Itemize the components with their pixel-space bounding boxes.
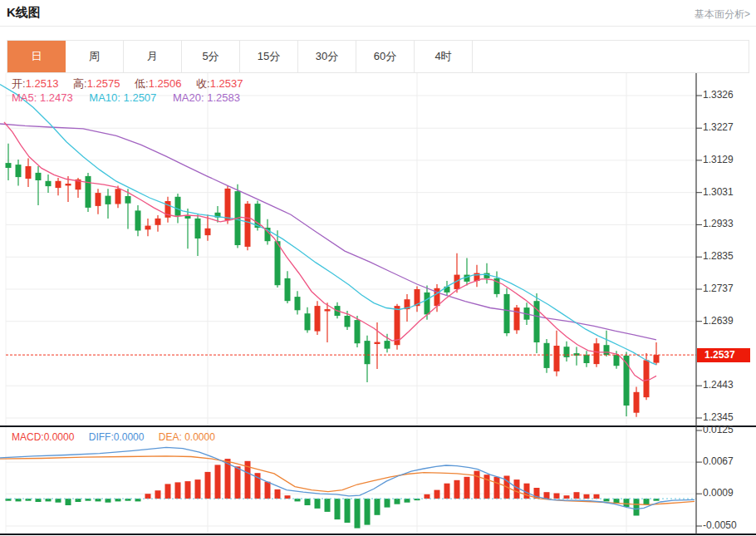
low-label: 低: (135, 77, 149, 90)
tab-interval-5[interactable]: 15分 (240, 41, 298, 72)
page-title: K线图 (7, 5, 41, 21)
tab-interval-2[interactable]: 周 (66, 41, 124, 72)
ma20-label: MA20: 1.2583 (173, 91, 240, 104)
price-tick-label: 1.2933 (703, 218, 734, 229)
kline-app: K线图 基本面分析> 日周月5分15分30分60分4时 开:1.2513 高:1… (0, 0, 756, 536)
high-label: 高: (73, 77, 87, 90)
macd-tick-label: 0.0067 (703, 455, 734, 467)
tab-interval-3[interactable]: 月 (124, 41, 182, 72)
price-tick-label: 1.2639 (703, 315, 734, 327)
price-tick-label: 1.2737 (703, 283, 734, 294)
macd-tick-label: 0.0125 (703, 424, 734, 435)
diff-label: DIFF:0.0000 (89, 431, 145, 443)
price-tick-label: 1.3227 (703, 121, 734, 133)
price-tick-label: 1.3129 (703, 154, 734, 165)
price-tick-label: 1.2835 (703, 250, 734, 262)
price-tick-label: 1.2345 (703, 411, 734, 423)
dea-label: DEA: 0.0000 (159, 431, 215, 443)
price-tick-label: 1.3326 (703, 89, 734, 101)
macd-tick-label: -0.0050 (703, 519, 737, 531)
open-value: 1.2513 (26, 77, 59, 90)
tab-interval-6[interactable]: 30分 (298, 41, 356, 72)
fundamental-analysis-link[interactable]: 基本面分析> (695, 7, 750, 22)
high-value: 1.2575 (87, 77, 120, 90)
close-value: 1.2537 (210, 77, 243, 90)
tab-interval-8[interactable]: 4时 (415, 41, 473, 72)
interval-tabbar: 日周月5分15分30分60分4时 (7, 40, 749, 73)
macd-label: MACD:0.0000 (12, 431, 74, 443)
tab-interval-7[interactable]: 60分 (356, 41, 415, 72)
macd-tick-label: 0.0009 (703, 487, 734, 499)
close-label: 收: (196, 77, 210, 90)
ohlc-row: 开:1.2513 高:1.2575 低:1.2506 收:1.2537 (12, 76, 254, 91)
ma-legend-row: MA5: 1.2473 MA10: 1.2507 MA20: 1.2583 (12, 91, 240, 104)
macd-legend-row: MACD:0.0000 DIFF:0.0000 DEA: 0.0000 (12, 431, 215, 443)
tab-interval-4[interactable]: 5分 (182, 41, 240, 72)
low-value: 1.2506 (149, 77, 182, 90)
open-label: 开: (12, 77, 26, 90)
tab-interval-1[interactable]: 日 (7, 41, 66, 72)
price-tick-label: 1.2443 (703, 379, 734, 391)
current-price-tag: 1.2537 (697, 348, 750, 362)
header-divider (0, 26, 756, 27)
price-tick-label: 1.3031 (703, 186, 734, 198)
ma5-label: MA5: 1.2473 (12, 91, 73, 104)
ma10-label: MA10: 1.2507 (89, 91, 156, 104)
